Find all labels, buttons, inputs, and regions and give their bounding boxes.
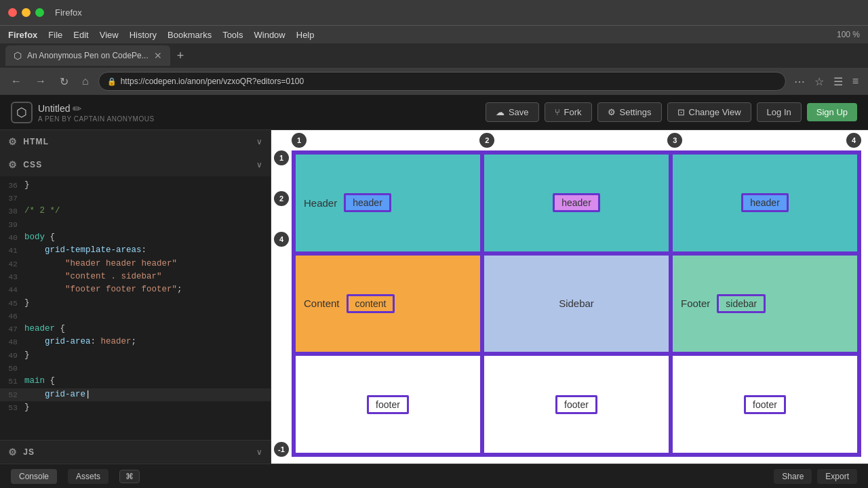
reload-button[interactable]: ↻ (56, 73, 73, 91)
pen-info: Untitled ✏ A PEN BY CAPTAIN ANONYMOUS (38, 102, 155, 123)
reader-icon[interactable]: ☰ (831, 73, 846, 91)
battery-info: 100 % (837, 30, 860, 39)
more-icon[interactable]: ≡ (850, 73, 861, 90)
shortcut-icon: ⌘ (125, 472, 134, 481)
html-panel-header[interactable]: ⚙ HTML ∨ (0, 130, 271, 153)
signup-button[interactable]: Sign Up (807, 103, 857, 121)
mac-titlebar: Firefox (0, 0, 868, 26)
code-line: 45 } (0, 297, 271, 310)
fullscreen-button[interactable] (35, 8, 44, 17)
col-marker-3: 3 (667, 133, 682, 148)
menu-bookmarks[interactable]: Bookmarks (167, 30, 212, 40)
css-gear-icon[interactable]: ⚙ (8, 159, 18, 170)
address-bar: ← → ↻ ⌂ 🔒 https://codepen.io/anon/pen/vz… (0, 68, 868, 95)
bookmark-icon[interactable]: ☆ (812, 73, 827, 91)
forward-button[interactable]: → (31, 73, 50, 90)
save-button[interactable]: ☁ Save (486, 102, 539, 122)
css-collapse-icon[interactable]: ∨ (256, 160, 262, 169)
secure-icon: 🔒 (107, 77, 117, 86)
close-button[interactable] (8, 8, 17, 17)
home-button[interactable]: ⌂ (78, 73, 93, 90)
menu-firefox[interactable]: Firefox (8, 30, 37, 40)
col-num-4: 4 (846, 133, 861, 148)
codepen-logo: ⬡ Untitled ✏ A PEN BY CAPTAIN ANONYMOUS (11, 102, 155, 123)
header-label-1: Header (304, 197, 337, 209)
menu-tools[interactable]: Tools (222, 30, 243, 40)
header-cell-3: header (671, 152, 859, 253)
login-button[interactable]: Log In (757, 102, 802, 122)
console-button[interactable]: Console (11, 469, 57, 484)
edit-pen-icon[interactable]: ✏ (73, 102, 81, 115)
assets-button[interactable]: Assets (68, 469, 108, 484)
row-marker-4: 4 (274, 232, 289, 247)
url-bar[interactable]: 🔒 https://codepen.io/anon/pen/vzxoQR?edi… (98, 72, 786, 91)
tab-bar: ⬡ An Anonymous Pen on CodePe... ✕ + (0, 43, 868, 68)
settings-icon: ⚙ (608, 107, 616, 117)
footer-sidebar-tag: sidebar (717, 294, 766, 313)
code-line: 36 } (0, 179, 271, 192)
footer-cell-3: footer (671, 354, 859, 455)
back-button[interactable]: ← (7, 73, 26, 90)
fork-icon: ⑂ (555, 107, 560, 117)
footer-cell-2: footer (482, 354, 671, 455)
code-line: 38 /* 2 */ (0, 205, 271, 218)
col-marker-1: 1 (292, 133, 307, 148)
left-panel: ⚙ HTML ∨ ⚙ CSS ∨ 36 } (0, 130, 271, 464)
js-panel: ⚙ JS ∨ (0, 441, 271, 464)
css-code-area[interactable]: 36 } 37 38 /* 2 */ 39 40 body { (0, 176, 271, 440)
js-gear-icon[interactable]: ⚙ (8, 447, 18, 458)
code-line: 53 } (0, 401, 271, 414)
code-line: 42 "header header header" (0, 258, 271, 270)
sidebar-label: Sidebar (559, 298, 594, 309)
export-button[interactable]: Export (817, 469, 857, 484)
settings-button[interactable]: ⚙ Settings (597, 102, 662, 122)
html-gear-icon[interactable]: ⚙ (8, 136, 18, 147)
content-tag: content (347, 294, 395, 313)
sidebar-cell: Sidebar (482, 253, 671, 354)
pen-title: Untitled ✏ (38, 102, 155, 115)
js-label: JS (23, 447, 35, 457)
css-panel: ⚙ CSS ∨ 36 } 37 38 /* 2 */ (0, 153, 271, 441)
col-num-2: 2 (479, 133, 494, 148)
codepen-actions: ☁ Save ⑂ Fork ⚙ Settings ⊡ Change View L… (486, 102, 857, 122)
minimize-button[interactable] (22, 8, 31, 17)
app-name: Firefox (55, 7, 82, 18)
toolbar-icons: ⋯ ☆ ☰ ≡ (791, 73, 861, 91)
tab-title: An Anonymous Pen on CodePe... (27, 51, 149, 60)
editor-footer: Console Assets ⌘ Share Export (0, 464, 868, 488)
menu-edit[interactable]: Edit (73, 30, 88, 40)
browser-tab[interactable]: ⬡ An Anonymous Pen on CodePe... ✕ (5, 45, 170, 66)
extensions-icon[interactable]: ⋯ (791, 73, 808, 91)
menu-history[interactable]: History (130, 30, 157, 40)
change-view-button[interactable]: ⊡ Change View (667, 102, 751, 122)
code-line: 43 "content . sidebar" (0, 270, 271, 283)
fork-button[interactable]: ⑂ Fork (545, 102, 592, 122)
right-panel: 1 2 3 4 1 2 (271, 130, 868, 464)
save-icon: ☁ (496, 107, 505, 117)
row-marker-1: 1 (274, 150, 289, 165)
share-button[interactable]: Share (774, 469, 812, 484)
shortcut-button[interactable]: ⌘ (119, 470, 140, 483)
code-line: 50 (0, 362, 271, 375)
tab-favicon: ⬡ (14, 50, 22, 61)
menu-file[interactable]: File (48, 30, 62, 40)
css-label: CSS (23, 160, 42, 169)
tab-close-button[interactable]: ✕ (154, 50, 162, 61)
editor-area: ⚙ HTML ∨ ⚙ CSS ∨ 36 } (0, 130, 868, 464)
footer-cell-1: footer (294, 354, 482, 455)
header-tag-3: header (741, 193, 789, 212)
css-panel-header[interactable]: ⚙ CSS ∨ (0, 153, 271, 176)
js-collapse-icon[interactable]: ∨ (256, 447, 262, 457)
new-tab-button[interactable]: + (173, 49, 189, 63)
code-line: 39 (0, 218, 271, 231)
row-marker-2: 2 (274, 191, 289, 206)
menu-view[interactable]: View (100, 30, 119, 40)
js-panel-header[interactable]: ⚙ JS ∨ (0, 441, 271, 464)
menu-help[interactable]: Help (296, 30, 315, 40)
mac-window-controls[interactable] (8, 8, 44, 17)
menu-window[interactable]: Window (254, 30, 285, 40)
logo-icon: ⬡ (11, 102, 33, 123)
row-marker-neg1: -1 (274, 442, 289, 457)
html-collapse-icon[interactable]: ∨ (256, 137, 262, 146)
footer-label-right: Footer (681, 298, 710, 309)
